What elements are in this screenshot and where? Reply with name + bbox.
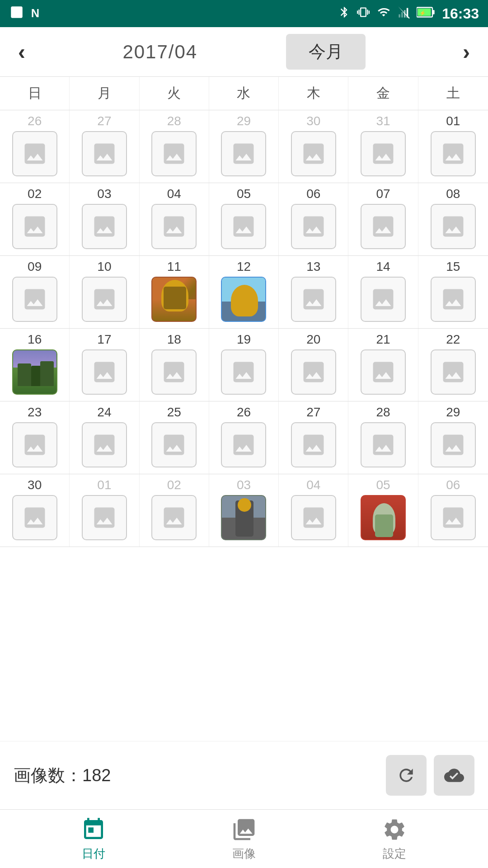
day-apr04[interactable]: 04 xyxy=(140,183,209,255)
refresh-button[interactable] xyxy=(386,755,427,796)
day-may03[interactable]: 03 xyxy=(209,474,279,547)
bottom-info: 画像数：182 xyxy=(0,741,488,809)
month-title: 2017/04 xyxy=(122,41,197,63)
svg-rect-1 xyxy=(399,14,400,17)
today-button[interactable]: 今月 xyxy=(286,34,366,70)
nav-label-date: 日付 xyxy=(82,846,105,862)
svg-text:⚡: ⚡ xyxy=(419,9,426,16)
status-left-icons: N xyxy=(9,5,45,23)
day-thumb-mar28 xyxy=(151,131,197,176)
day-apr03[interactable]: 03 xyxy=(70,183,139,255)
calendar-nav-icon xyxy=(80,816,107,843)
day-apr02[interactable]: 02 xyxy=(0,183,70,255)
day-photo-apr11 xyxy=(151,277,197,322)
day-may05[interactable]: 05 xyxy=(348,474,418,547)
weekday-sun: 日 xyxy=(0,77,70,110)
weekday-tue: 火 xyxy=(140,77,209,110)
image-count-label: 画像数：182 xyxy=(14,764,111,787)
wifi-icon xyxy=(376,6,391,22)
status-bar: N ⚡ 16:33 xyxy=(0,0,488,27)
day-apr23[interactable]: 23 xyxy=(0,401,70,474)
day-apr21[interactable]: 21 xyxy=(348,329,418,401)
day-apr12[interactable]: 12 xyxy=(209,256,279,328)
day-apr06[interactable]: 06 xyxy=(279,183,348,255)
day-photo-apr16 xyxy=(12,349,57,395)
week-row-4: 16 17 18 19 20 21 xyxy=(0,329,488,401)
nav-label-settings: 設定 xyxy=(383,846,406,862)
day-thumb-mar26 xyxy=(12,131,57,176)
day-may06[interactable]: 06 xyxy=(418,474,488,547)
day-apr20[interactable]: 20 xyxy=(279,329,348,401)
calendar-header: ‹ 2017/04 今月 › xyxy=(0,27,488,77)
day-apr17[interactable]: 17 xyxy=(70,329,139,401)
day-apr08[interactable]: 08 xyxy=(418,183,488,255)
day-photo-may03 xyxy=(221,495,266,540)
day-apr07[interactable]: 07 xyxy=(348,183,418,255)
day-may04[interactable]: 04 xyxy=(279,474,348,547)
day-mar31[interactable]: 31 xyxy=(348,110,418,183)
day-mar29[interactable]: 29 xyxy=(209,110,279,183)
weekday-mon: 月 xyxy=(70,77,139,110)
svg-rect-2 xyxy=(401,12,403,18)
nav-item-settings[interactable]: 設定 xyxy=(381,816,408,862)
week-row-5: 23 24 25 26 27 28 29 xyxy=(0,401,488,474)
day-mar26[interactable]: 26 xyxy=(0,110,70,183)
nav-item-images[interactable]: 画像 xyxy=(230,816,258,862)
day-apr27[interactable]: 27 xyxy=(279,401,348,474)
week-row-1: 26 27 28 29 30 xyxy=(0,110,488,183)
day-apr05[interactable]: 05 xyxy=(209,183,279,255)
next-month-button[interactable]: › xyxy=(454,35,479,69)
nav-label-images: 画像 xyxy=(232,846,256,862)
weekday-fri: 金 xyxy=(348,77,418,110)
day-photo-may05 xyxy=(361,495,406,540)
day-apr09[interactable]: 09 xyxy=(0,256,70,328)
refresh-icon xyxy=(396,765,416,785)
day-mar28[interactable]: 28 xyxy=(140,110,209,183)
day-mar27[interactable]: 27 xyxy=(70,110,139,183)
settings-nav-icon xyxy=(381,816,408,843)
day-thumb-apr01 xyxy=(431,131,476,176)
day-may02[interactable]: 02 xyxy=(140,474,209,547)
vibrate-icon xyxy=(357,6,370,22)
svg-text:N: N xyxy=(31,7,39,19)
week-row-6: 30 01 02 03 04 05 xyxy=(0,474,488,547)
svg-rect-4 xyxy=(407,8,408,17)
day-photo-apr12 xyxy=(221,277,266,322)
cloud-done-icon xyxy=(444,765,464,785)
day-thumb-mar30 xyxy=(291,131,336,176)
weekday-sat: 土 xyxy=(418,77,488,110)
cloud-button[interactable] xyxy=(434,755,474,796)
calendar: 日 月 火 水 木 金 土 26 27 28 29 xyxy=(0,77,488,741)
day-apr19[interactable]: 19 xyxy=(209,329,279,401)
day-apr26[interactable]: 26 xyxy=(209,401,279,474)
day-apr18[interactable]: 18 xyxy=(140,329,209,401)
day-apr24[interactable]: 24 xyxy=(70,401,139,474)
day-apr11[interactable]: 11 xyxy=(140,256,209,328)
day-apr15[interactable]: 15 xyxy=(418,256,488,328)
day-apr30[interactable]: 30 xyxy=(0,474,70,547)
day-apr13[interactable]: 13 xyxy=(279,256,348,328)
time-display: 16:33 xyxy=(442,5,479,22)
day-apr28[interactable]: 28 xyxy=(348,401,418,474)
weekday-header: 日 月 火 水 木 金 土 xyxy=(0,77,488,110)
images-nav-icon xyxy=(230,816,258,843)
day-mar30[interactable]: 30 xyxy=(279,110,348,183)
nav-item-date[interactable]: 日付 xyxy=(80,816,107,862)
bottom-action-buttons xyxy=(386,755,474,796)
status-right-icons: ⚡ 16:33 xyxy=(338,5,479,22)
signal-icon xyxy=(398,6,410,22)
bottom-navigation: 日付 画像 設定 xyxy=(0,809,488,868)
day-apr29[interactable]: 29 xyxy=(418,401,488,474)
day-apr22[interactable]: 22 xyxy=(418,329,488,401)
prev-month-button[interactable]: ‹ xyxy=(9,35,34,69)
week-row-2: 02 03 04 05 06 07 08 xyxy=(0,183,488,256)
day-thumb-mar29 xyxy=(221,131,266,176)
day-apr01[interactable]: 01 xyxy=(418,110,488,183)
day-apr25[interactable]: 25 xyxy=(140,401,209,474)
svg-rect-3 xyxy=(404,10,406,17)
day-apr14[interactable]: 14 xyxy=(348,256,418,328)
day-may01[interactable]: 01 xyxy=(70,474,139,547)
day-thumb-mar27 xyxy=(82,131,127,176)
day-apr10[interactable]: 10 xyxy=(70,256,139,328)
day-apr16[interactable]: 16 xyxy=(0,329,70,401)
